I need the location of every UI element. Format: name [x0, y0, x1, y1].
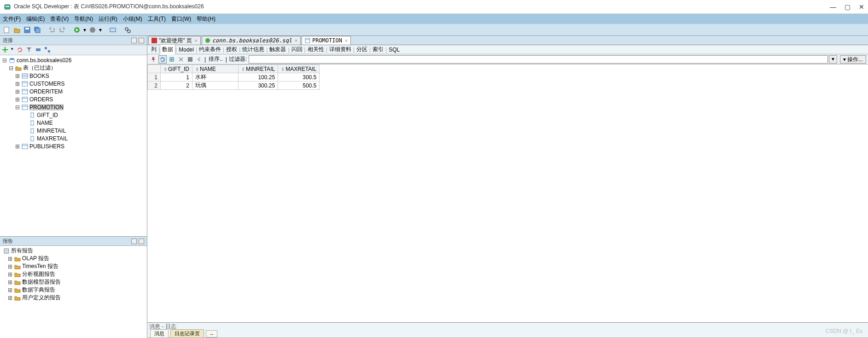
debug-button[interactable] [88, 26, 97, 34]
tab-close-icon[interactable]: × [345, 38, 348, 43]
pin-button[interactable] [149, 55, 157, 64]
panel-close-icon[interactable] [139, 38, 144, 43]
new-button[interactable] [3, 26, 11, 34]
redo-button[interactable] [58, 26, 66, 34]
insert-row-button[interactable] [168, 55, 176, 64]
saveall-button[interactable] [33, 26, 41, 34]
cell-maxretail[interactable]: 300.5 [278, 73, 320, 82]
subtab-stats[interactable]: 统计信息 [240, 45, 266, 54]
sort-button[interactable]: 排序.. [207, 55, 225, 63]
subtab-data[interactable]: 数据 [160, 44, 175, 55]
tree-toggle-icon[interactable]: ⊞ [15, 73, 20, 79]
col-header-giftid[interactable]: ⇕GIFT_ID [161, 65, 192, 73]
tree-report-userdef[interactable]: ⊞ 用户定义的报告 [2, 294, 145, 302]
tree-report-timesten[interactable]: ⊞ TimesTen 报告 [2, 262, 145, 270]
commit-button[interactable] [186, 55, 194, 64]
close-button[interactable]: ✕ [859, 3, 864, 11]
menu-navigate[interactable]: 导航(N) [74, 15, 93, 23]
subtab-columns[interactable]: 列 [149, 45, 158, 54]
cell-minretail[interactable]: 300.25 [239, 82, 278, 90]
tree-toggle-icon[interactable]: ⊞ [15, 143, 20, 150]
subtab-grants[interactable]: 授权 [224, 45, 239, 54]
tree-column-name[interactable]: NAME [2, 119, 145, 127]
sql-button[interactable] [109, 26, 117, 34]
subtab-partitions[interactable]: 分区 [355, 45, 369, 54]
menu-edit[interactable]: 编辑(E) [26, 15, 45, 23]
schema-button[interactable] [44, 47, 52, 54]
tree-table-promotion[interactable]: ⊟ PROMOTION [2, 103, 145, 111]
tree-toggle-icon[interactable]: ⊞ [7, 263, 13, 270]
log-tab-logging[interactable]: 日志记录页 [170, 329, 204, 338]
menu-view[interactable]: 查看(V) [50, 15, 69, 23]
tree-toggle-icon[interactable]: ⊞ [7, 271, 13, 278]
subtab-details[interactable]: 详细资料 [327, 45, 353, 54]
debug-dropdown[interactable]: ▾ [99, 26, 102, 34]
filter-input[interactable] [249, 55, 827, 64]
open-button[interactable] [13, 26, 21, 34]
tab-close-icon[interactable]: × [195, 38, 198, 43]
col-header-minretail[interactable]: ⇕MINRETAIL [239, 65, 278, 73]
menu-file[interactable]: 文件(F) [3, 15, 21, 23]
new-connection-dropdown[interactable]: ▾ [11, 47, 15, 54]
tree-toggle-icon[interactable]: ⊞ [7, 279, 13, 286]
cell-name[interactable]: 水杯 [192, 73, 239, 82]
run-dropdown[interactable]: ▾ [83, 26, 87, 34]
tree-report-dictionary[interactable]: ⊞ 数据字典报告 [2, 286, 145, 294]
menu-help[interactable]: 帮助(H) [197, 15, 216, 23]
table-row[interactable]: 2 2 玩偶 300.25 500.5 [148, 82, 320, 90]
filter-button[interactable] [26, 47, 33, 54]
subtab-constraints[interactable]: 约束条件 [197, 45, 223, 54]
rollback-button[interactable] [195, 55, 204, 64]
menu-run[interactable]: 运行(R) [99, 15, 117, 23]
menu-window[interactable]: 窗口(W) [171, 15, 191, 23]
tree-report-datamodel[interactable]: ⊞ 数据模型器报告 [2, 278, 145, 286]
tree-toggle-icon[interactable]: ⊞ [15, 88, 20, 95]
panel-minimize-icon[interactable] [131, 38, 137, 43]
tab-promotion[interactable]: PROMOTION × [302, 36, 351, 45]
cell-name[interactable]: 玩偶 [192, 82, 239, 90]
filter-dropdown[interactable]: ▾ [829, 55, 837, 64]
tab-welcome[interactable]: "欢迎使用" 页 × [148, 36, 201, 45]
menu-tools[interactable]: 工具(T) [148, 15, 166, 23]
cell-giftid[interactable]: 1 [161, 73, 192, 82]
tree-table-publishers[interactable]: ⊞ PUBLISHERS [2, 142, 145, 150]
run-button[interactable] [73, 26, 81, 34]
refresh-data-button[interactable] [158, 55, 167, 64]
maximize-button[interactable]: ▢ [845, 3, 851, 11]
tree-column-maxretail[interactable]: MAXRETAIL [2, 134, 145, 142]
tree-connection-root[interactable]: ⊟ conn.bs.booksales026 [2, 56, 145, 64]
subtab-indexes[interactable]: 索引 [371, 45, 385, 54]
tree-toggle-icon[interactable]: ⊞ [7, 287, 13, 293]
log-tab-messages[interactable]: 消息 [150, 329, 169, 338]
tree-toggle-icon[interactable]: ⊞ [7, 256, 13, 262]
tree-toggle-icon[interactable]: ⊞ [7, 295, 13, 301]
delete-row-button[interactable] [177, 55, 185, 64]
tree-toggle-icon[interactable]: ⊟ [15, 104, 20, 111]
menu-team[interactable]: 小组(M) [123, 15, 142, 23]
subtab-sql[interactable]: SQL [387, 46, 402, 54]
table-row[interactable]: 1 1 水杯 100.25 300.5 [148, 73, 320, 82]
col-header-maxretail[interactable]: ⇕MAXRETAIL [278, 65, 320, 73]
tree-table-customers[interactable]: ⊞ CUSTOMERS [2, 80, 145, 87]
log-tab-other[interactable]: -- [206, 330, 217, 338]
cell-minretail[interactable]: 100.25 [239, 73, 278, 82]
tree-report-analytic[interactable]: ⊞ 分析视图报告 [2, 270, 145, 278]
refresh-button[interactable] [17, 47, 24, 54]
search-button[interactable] [123, 26, 132, 34]
tree-reports-root[interactable]: 所有报告 [2, 247, 145, 255]
actions-button[interactable]: ▾ 操作... [840, 55, 866, 64]
cell-giftid[interactable]: 2 [161, 82, 192, 90]
tree-toggle-icon[interactable]: ⊟ [2, 57, 7, 64]
connect-button[interactable] [35, 47, 42, 54]
undo-button[interactable] [48, 26, 56, 34]
tab-close-icon[interactable]: × [295, 38, 297, 43]
tree-toggle-icon[interactable]: ⊞ [15, 81, 20, 87]
minimize-button[interactable]: — [830, 3, 836, 11]
subtab-model[interactable]: Model [177, 46, 196, 54]
tree-column-giftid[interactable]: GIFT_ID [2, 111, 145, 119]
tree-column-minretail[interactable]: MINRETAIL [2, 127, 145, 134]
panel-close-icon[interactable] [139, 239, 144, 244]
subtab-triggers[interactable]: 触发器 [268, 45, 288, 54]
subtab-flashback[interactable]: 闪回 [290, 45, 304, 54]
tree-table-books[interactable]: ⊞ BOOKS [2, 72, 145, 80]
